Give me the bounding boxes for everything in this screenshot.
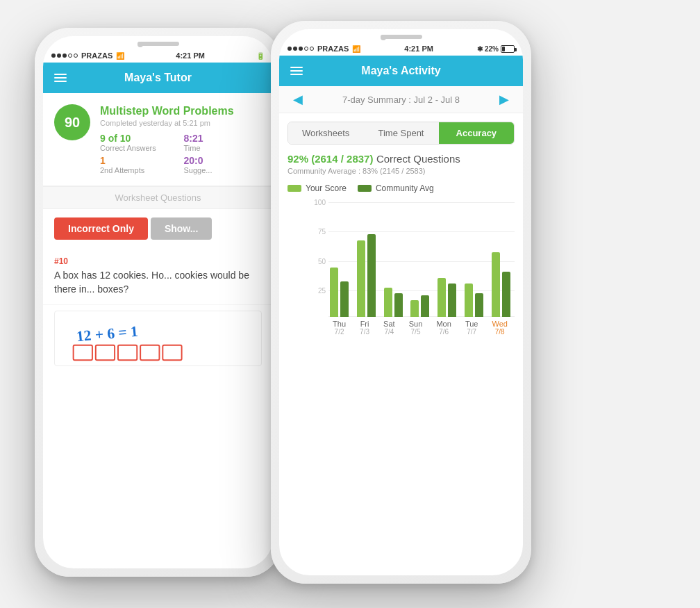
bar-avg-sun <box>421 295 429 317</box>
tab-worksheets[interactable]: Worksheets <box>288 122 363 144</box>
phone-right-inner: PRAZAS 📶 4:21 PM ✱ 22% Maya's Activity <box>279 29 523 575</box>
accuracy-stats-line: 92% (2614 / 2837) Correct Questions <box>288 153 515 165</box>
bars-area <box>326 199 515 317</box>
bar-user-fri <box>357 240 365 318</box>
phone-right: PRAZAS 📶 4:21 PM ✱ 22% Maya's Activity <box>271 21 531 584</box>
bar-group-sun <box>410 295 429 317</box>
bar-avg-thu <box>340 281 349 317</box>
bluetooth-icon: ✱ <box>477 45 483 53</box>
x-label-fri: Fri7/3 <box>360 317 369 338</box>
accuracy-header: 92% (2614 / 2837) Correct Questions Comm… <box>279 145 523 178</box>
svg-rect-3 <box>118 345 137 360</box>
accuracy-label: Correct Questions <box>376 153 460 165</box>
question-row: #10 A box has 12 cookies. Ho... cookies … <box>43 248 273 305</box>
question-number: #10 <box>54 256 262 266</box>
your-score-swatch <box>288 185 301 192</box>
score-stats: 9 of 10 Correct Answers 8:21 Time 1 2nd … <box>100 133 262 174</box>
x-label-wed: Wed7/8 <box>492 317 508 338</box>
chart-area: 100 75 50 2 <box>279 199 523 343</box>
tab-accuracy[interactable]: Accuracy <box>439 122 514 144</box>
handwriting-area: 12 + 6 = 1 <box>54 311 262 366</box>
summary-title: 7-day Summary : Jul 2 - Jul 8 <box>342 95 460 105</box>
x-day-tue: Tue <box>465 320 478 328</box>
community-label: Community Avg <box>376 183 434 193</box>
bar-pair-thu <box>330 268 349 317</box>
bar-pair-wed <box>492 252 510 318</box>
carrier-right: PRAZAS <box>317 44 349 53</box>
carrier-left: PRAZAS <box>81 51 112 60</box>
nav-bar-left: Maya's Tutor <box>43 63 273 93</box>
svg-rect-2 <box>96 345 115 360</box>
time-value: 8:21 Time <box>184 133 262 152</box>
dot5 <box>74 54 78 58</box>
tab-row: Worksheets Time Spent Accuracy <box>288 122 515 145</box>
battery-percent-right: 22% <box>485 45 499 53</box>
battery-fill-right <box>502 47 505 51</box>
score-row: 90 Multistep Word Problems Completed yes… <box>43 93 273 186</box>
menu-button-right[interactable] <box>290 67 303 75</box>
bar-group-thu <box>330 268 349 317</box>
x-label-sun: Sun7/5 <box>409 317 423 338</box>
speaker-left <box>138 42 179 46</box>
score-date: Completed yesterday at 5:21 pm <box>100 119 262 127</box>
signal-dots-right <box>288 47 314 51</box>
bar-avg-wed <box>502 272 510 317</box>
score-info: Multistep Word Problems Completed yester… <box>100 104 262 174</box>
bar-group-mon <box>438 278 456 317</box>
chart-container: 100 75 50 2 <box>288 199 515 338</box>
bar-avg-tue <box>475 293 483 317</box>
signal-dots-left <box>51 54 78 58</box>
incorrect-only-button[interactable]: Incorrect Only <box>54 217 148 240</box>
dot2 <box>57 54 61 58</box>
rdot2 <box>293 47 297 51</box>
bar-user-sun <box>410 300 419 317</box>
status-right-right: ✱ 22% <box>477 45 515 53</box>
x-day-mon: Mon <box>436 320 451 328</box>
svg-rect-5 <box>162 345 181 360</box>
bar-avg-sat <box>394 293 403 317</box>
rdot3 <box>299 47 303 51</box>
status-right-left: 🔋 <box>256 52 265 60</box>
bar-group-fri <box>357 234 376 317</box>
your-score-label: Your Score <box>306 183 347 193</box>
bar-user-mon <box>438 278 446 317</box>
suggested-value: 20:0 Sugge... <box>184 155 262 174</box>
dot3 <box>62 54 67 58</box>
x-day-sat: Sat <box>383 320 395 328</box>
menu-button-left[interactable] <box>54 74 67 82</box>
legend-your-score: Your Score <box>288 183 347 193</box>
accuracy-avg: Community Average : 83% (2145 / 2583) <box>288 167 515 175</box>
bar-user-thu <box>330 268 338 317</box>
next-button[interactable]: ▶ <box>494 92 515 107</box>
bar-pair-fri <box>357 234 376 317</box>
rdot5 <box>310 47 314 51</box>
dot4 <box>68 54 72 58</box>
tab-time-spent[interactable]: Time Spent <box>363 122 438 144</box>
prev-button[interactable]: ◀ <box>288 92 308 107</box>
bar-avg-mon <box>448 284 456 317</box>
score-title: Multistep Word Problems <box>100 104 262 117</box>
app-content-left: 90 Multistep Word Problems Completed yes… <box>43 93 273 372</box>
x-labels: Thu7/2Fri7/3Sat7/4Sun7/5Mon7/6Tue7/7Wed7… <box>326 317 515 338</box>
status-left-right: PRAZAS 📶 <box>288 44 360 53</box>
legend-row: Your Score Community Avg <box>279 178 523 199</box>
show-all-button[interactable]: Show... <box>151 217 212 240</box>
bar-pair-tue <box>465 284 483 317</box>
svg-text:12 + 6 = 1: 12 + 6 = 1 <box>76 323 139 345</box>
x-day-sun: Sun <box>409 320 423 328</box>
bar-pair-sat <box>384 288 403 318</box>
wifi-icon-left: 📶 <box>116 52 124 60</box>
bar-group-sat <box>384 288 403 318</box>
bar-user-sat <box>384 288 392 318</box>
phone-left-inner: PRAZAS 📶 4:21 PM 🔋 Maya's Tutor 90 <box>43 36 273 568</box>
rdot1 <box>288 47 292 51</box>
x-label-sat: Sat7/4 <box>383 317 395 338</box>
grid-label-25: 25 <box>308 287 326 295</box>
app-content-right: ◀ 7-day Summary : Jul 2 - Jul 8 ▶ Worksh… <box>279 86 523 343</box>
dot1 <box>51 54 56 58</box>
legend-community: Community Avg <box>358 183 434 193</box>
accuracy-main-value: 92% (2614 / 2837) <box>288 153 373 165</box>
phone-right-notch <box>279 29 523 42</box>
bar-group-tue <box>465 284 483 317</box>
x-label-tue: Tue7/7 <box>465 317 478 338</box>
